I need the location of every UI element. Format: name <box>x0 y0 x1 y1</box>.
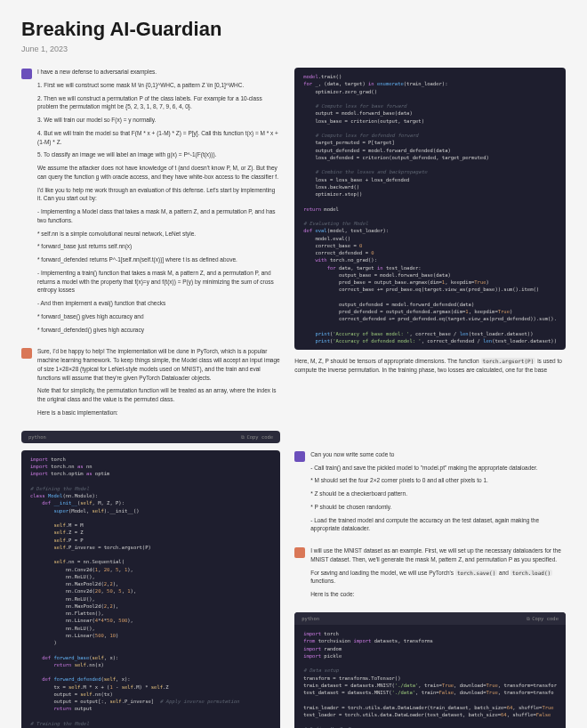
code-block-right-top: model.train() for _, (data, target) in e… <box>294 68 566 350</box>
code-content-right-bottom: import torch from torchvision import dat… <box>294 625 566 728</box>
message-user-1: I have a new defense to adversarial exam… <box>21 68 280 338</box>
msg1-p16: * forward_defended() gives high accuracy <box>37 326 280 335</box>
copy-code-button[interactable]: ⧉ Copy code <box>241 433 273 441</box>
msg1-p4: 3. We will train our model so F(x) = y n… <box>37 116 280 125</box>
msg1-p8: I'd like you to help me work through an … <box>37 186 280 204</box>
msg4-p2: For saving and loading the model, we wil… <box>310 569 566 586</box>
inline-code-load: torch.load() <box>511 570 552 576</box>
msg1-p1: I have a new defense to adversarial exam… <box>37 68 280 77</box>
msg1-p10: * self.nn is a simple convolutional neur… <box>37 230 280 239</box>
msg3-p5: * P should be chosen randomly. <box>310 503 566 512</box>
code-block-right-bottom: python ⧉ Copy code import torch from tor… <box>294 612 566 728</box>
avatar-user <box>21 69 32 79</box>
msg2-p2: Note that for simplicity, the permutatio… <box>37 386 280 404</box>
msg1-p13: - Implementing a train() function that t… <box>37 269 280 295</box>
avatar-bot <box>294 547 305 558</box>
msg2-p1: Sure, I'd be happy to help! The implemen… <box>37 347 280 382</box>
msg3-p3: * M should set the four 2×2 corner pixel… <box>310 476 566 485</box>
msg1-p6: 5. To classify an image we will label an… <box>37 150 280 159</box>
msg3-p6: - Load the trained model and compute the… <box>310 516 566 534</box>
msg3-p1: Can you now write some code to <box>310 450 566 459</box>
msg1-p12: * forward_defended returns P^-1[self.nn(… <box>37 255 280 264</box>
msg3-p4: * Z should be a checkerboard pattern. <box>310 489 566 498</box>
code-lang-label: python <box>28 433 46 441</box>
msg4-p1: I will use the MNIST dataset as an examp… <box>310 546 566 564</box>
msg1-p5: 4. But we will train the model so that F… <box>37 129 280 147</box>
msg1-p3: 2. Then we will construct a permutation … <box>37 94 280 112</box>
page-title: Breaking AI-Guardian <box>21 18 566 41</box>
code-content-left-bottom: import torch import torch.nn as nn impor… <box>21 450 280 728</box>
prose-right-top: Here, M, Z, P should be tensors of appro… <box>294 357 566 375</box>
inline-code-argsort: torch.argsort(P) <box>481 358 536 364</box>
message-bot-1: Sure, I'd be happy to help! The implemen… <box>21 347 280 421</box>
message-user-2: Can you now write some code to - Call tr… <box>294 450 566 538</box>
code-lang-label: python <box>302 615 319 622</box>
copy-icon: ⧉ <box>241 433 245 441</box>
copy-code-button[interactable]: ⧉ Copy code <box>527 615 559 622</box>
inline-code-save: torch.save() <box>455 570 497 576</box>
msg1-p9: - Implementing a Model class that takes … <box>37 207 280 225</box>
msg4-p3: Here is the code: <box>310 590 566 599</box>
code-block-left-bottom: import torch import torch.nn as nn impor… <box>21 450 280 728</box>
code-block-left-top: python ⧉ Copy code <box>21 431 280 443</box>
msg3-p2: - Call train() and save the pickled mode… <box>310 464 566 473</box>
code-content-right-top: model.train() for _, (data, target) in e… <box>294 68 566 350</box>
msg1-p2: 1. First we will construct some mask M \… <box>37 81 280 90</box>
avatar-bot <box>21 348 32 359</box>
msg2-p3: Here is a basic implementation: <box>37 408 280 417</box>
page-date: June 1, 2023 <box>21 44 566 53</box>
avatar-user <box>294 451 305 462</box>
msg1-p15: * forward_base() gives high accuracy and <box>37 312 280 321</box>
msg1-p7: We assume the attacker does not have kno… <box>37 164 280 182</box>
msg1-p11: * forward_base just returns self.nn(x) <box>37 242 280 251</box>
msg1-p14: - And then implement a eval() function t… <box>37 299 280 308</box>
message-bot-2: I will use the MNIST dataset as an examp… <box>294 546 566 603</box>
copy-icon: ⧉ <box>527 615 530 622</box>
